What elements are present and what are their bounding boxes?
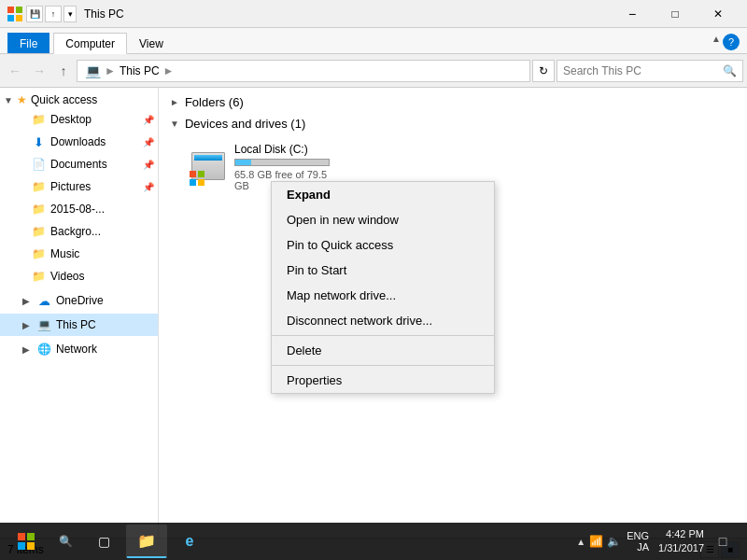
- nav-item-videos[interactable]: 📁 Videos: [0, 265, 158, 287]
- tab-view[interactable]: View: [127, 33, 176, 53]
- ctx-delete[interactable]: Delete: [272, 338, 494, 363]
- folders-section-header[interactable]: ► Folders (6): [170, 95, 736, 109]
- ctx-disconnect-network[interactable]: Disconnect network drive...: [272, 308, 494, 333]
- quick-access-header[interactable]: ▼ ★ Quick access: [0, 91, 158, 108]
- nav-label-desktop: Desktop: [50, 113, 92, 126]
- refresh-button[interactable]: ↻: [532, 60, 555, 82]
- tab-file[interactable]: File: [7, 33, 49, 53]
- ctx-sep-1: [272, 335, 494, 336]
- main-layout: ▼ ★ Quick access 📁 Desktop 📌 ⬇ Downloads…: [0, 88, 747, 538]
- help-button[interactable]: ?: [723, 34, 740, 50]
- onedrive-chevron: ▶: [22, 296, 35, 306]
- lang-eng[interactable]: ENG: [627, 530, 649, 541]
- ctx-expand[interactable]: Expand: [272, 182, 494, 207]
- nav-item-this-pc[interactable]: ▶ 💻 This PC: [0, 314, 158, 336]
- videos-icon: 📁: [30, 268, 47, 285]
- nav-item-background[interactable]: 📁 Backgro...: [0, 220, 158, 243]
- this-pc-section: ▶ 💻 This PC: [0, 314, 158, 336]
- nav-item-2015[interactable]: 📁 2015-08-...: [0, 198, 158, 220]
- drive-bar-wrap: [234, 159, 330, 166]
- ctx-pin-quick-access[interactable]: Pin to Quick access: [272, 232, 494, 258]
- ctx-pin-start[interactable]: Pin to Start: [272, 258, 494, 283]
- nav-item-documents[interactable]: 📄 Documents 📌: [0, 153, 158, 175]
- qs-dropdown[interactable]: ▾: [63, 6, 77, 22]
- nav-item-onedrive[interactable]: ▶ ☁ OneDrive: [0, 289, 158, 312]
- folder-icon-bg: 📁: [30, 223, 47, 240]
- ctx-properties[interactable]: Properties: [272, 368, 494, 393]
- onedrive-section: ▶ ☁ OneDrive: [0, 289, 158, 312]
- context-menu: Expand Open in new window Pin to Quick a…: [271, 181, 495, 394]
- notification-button[interactable]: □: [710, 523, 736, 560]
- pin-icon-pictures: 📌: [143, 182, 154, 192]
- ctx-map-network[interactable]: Map network drive...: [272, 283, 494, 308]
- quick-access-label: Quick access: [31, 93, 97, 106]
- drives-section-header[interactable]: ▼ Devices and drives (1): [170, 117, 736, 131]
- svg-rect-2: [7, 15, 14, 21]
- pin-icon-desktop: 📌: [143, 115, 154, 125]
- svg-rect-3: [16, 15, 22, 21]
- window-icon: [7, 7, 22, 21]
- svg-rect-0: [7, 7, 14, 13]
- tab-computer[interactable]: Computer: [53, 33, 127, 54]
- qs-save[interactable]: 💾: [26, 6, 43, 22]
- nav-item-network[interactable]: ▶ 🌐 Network: [0, 338, 158, 360]
- search-icon-taskbar: 🔍: [59, 535, 73, 548]
- address-box[interactable]: 💻 ► This PC ►: [77, 60, 530, 82]
- nav-item-downloads[interactable]: ⬇ Downloads 📌: [0, 131, 158, 153]
- search-icon: 🔍: [723, 64, 737, 77]
- clock-date: 1/31/2017: [658, 541, 704, 555]
- nav-item-music[interactable]: 📁 Music: [0, 243, 158, 265]
- quick-access-chevron: ▼: [4, 95, 17, 105]
- task-search[interactable]: 🔍: [50, 525, 81, 558]
- close-button[interactable]: ✕: [697, 0, 740, 28]
- system-tray: ▲ 📶 🔈 ENG JA 4:42 PM 1/31/2017 □: [569, 523, 743, 560]
- lang-ja[interactable]: JA: [637, 541, 649, 553]
- task-view-icon: ▢: [98, 534, 110, 549]
- network-chevron: ▶: [22, 344, 35, 355]
- folders-header-label: Folders (6): [185, 95, 244, 109]
- task-view-button[interactable]: ▢: [83, 525, 124, 558]
- title-bar: 💾 ↑ ▾ This PC − □ ✕: [0, 0, 747, 28]
- drive-bar: [235, 160, 251, 165]
- tray-volume-icon[interactable]: 🔈: [607, 535, 621, 548]
- pictures-icon: 📁: [30, 178, 47, 195]
- breadcrumb: 💻 ► This PC ►: [85, 63, 522, 78]
- search-input[interactable]: [563, 64, 719, 77]
- drive-name: Local Disk (C:): [234, 143, 330, 156]
- up-button[interactable]: ↑: [52, 60, 75, 82]
- nav-label-2015: 2015-08-...: [50, 203, 105, 216]
- system-clock[interactable]: 4:42 PM 1/31/2017: [658, 527, 704, 556]
- this-pc-chevron: ▶: [22, 320, 35, 330]
- svg-rect-1: [16, 7, 22, 13]
- nav-item-pictures[interactable]: 📁 Pictures 📌: [0, 175, 158, 198]
- qs-up[interactable]: ↑: [45, 6, 62, 22]
- minimize-button[interactable]: −: [611, 0, 654, 28]
- maximize-button[interactable]: □: [654, 0, 697, 28]
- ctx-open-new-window[interactable]: Open in new window: [272, 207, 494, 232]
- svg-rect-5: [198, 171, 204, 177]
- explorer-icon: 📁: [137, 532, 156, 550]
- star-icon: ★: [17, 93, 27, 106]
- svg-rect-8: [18, 533, 25, 540]
- nav-label-music: Music: [50, 247, 79, 260]
- forward-button[interactable]: →: [28, 60, 50, 82]
- task-edge[interactable]: e: [169, 525, 210, 558]
- nav-label-onedrive: OneDrive: [56, 294, 104, 307]
- back-button[interactable]: ←: [4, 60, 26, 82]
- folder-icon-2015: 📁: [30, 201, 47, 217]
- nav-label-videos: Videos: [50, 270, 84, 283]
- start-button[interactable]: [4, 523, 49, 560]
- nav-label-network: Network: [56, 343, 97, 356]
- onedrive-icon: ☁: [35, 292, 52, 309]
- ribbon-toggle[interactable]: ▲: [712, 34, 721, 50]
- ribbon-tabs: File Computer View ▲ ?: [0, 28, 747, 54]
- tray-up-arrow[interactable]: ▲: [576, 537, 585, 547]
- folders-chevron: ►: [170, 97, 179, 107]
- task-explorer[interactable]: 📁: [126, 525, 167, 558]
- this-pc-icon: 💻: [35, 316, 52, 333]
- nav-item-desktop[interactable]: 📁 Desktop 📌: [0, 108, 158, 131]
- window-title: This PC: [84, 7, 611, 21]
- content-area: ► Folders (6) ▼ Devices and drives (1): [159, 88, 747, 538]
- search-box[interactable]: 🔍: [557, 60, 743, 82]
- tray-network-icon[interactable]: 📶: [589, 535, 603, 548]
